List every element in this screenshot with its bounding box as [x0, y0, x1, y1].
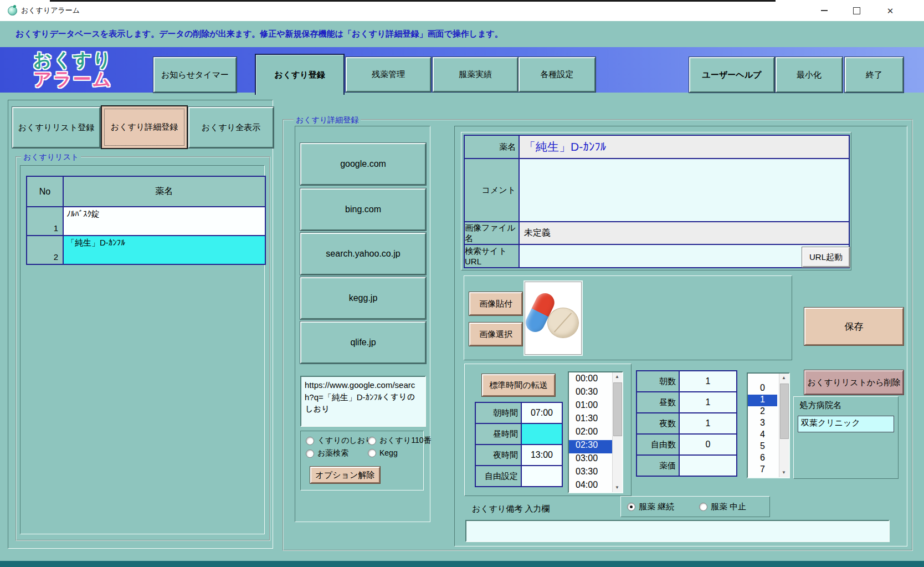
scroll-up-button[interactable]: ▲ — [613, 372, 622, 381]
minimize-button[interactable] — [812, 0, 837, 21]
tab-dose-record[interactable]: 服薬実績 — [433, 57, 518, 92]
evening-time-field[interactable]: 13:00 — [522, 445, 562, 465]
close-button[interactable]: ✕ — [877, 0, 903, 21]
noon-time-field[interactable] — [522, 424, 562, 444]
user-help-button[interactable]: ユーザーヘルプ — [689, 57, 774, 93]
noon-count-field[interactable]: 1 — [680, 392, 736, 412]
site-button-yahoo[interactable]: search.yahoo.co.jp — [300, 233, 426, 275]
row-no[interactable]: 2 — [27, 236, 63, 264]
tab-remaining-medicine[interactable]: 残薬管理 — [346, 57, 431, 92]
logo-line2: アラーム — [33, 69, 112, 89]
free-time-field[interactable] — [522, 466, 562, 486]
number-option[interactable]: 7 — [748, 464, 777, 476]
number-option[interactable]: 0 — [748, 383, 777, 395]
drug-form-table: 薬名 「純生」D-ｶﾝﾌﾙ コメント 画像ファイル名 未定義 検索サイトURL — [464, 135, 850, 268]
site-button-google[interactable]: google.com — [300, 143, 426, 185]
remarks-label: おくすり備考 入力欄 — [472, 504, 550, 514]
time-option[interactable]: 01:00 — [569, 400, 613, 413]
radio-drug-search[interactable]: お薬検索 — [306, 448, 348, 458]
time-option[interactable]: 00:30 — [569, 387, 613, 400]
scrollbar-thumb[interactable] — [780, 384, 789, 439]
time-option[interactable]: 02:00 — [569, 427, 613, 440]
site-button-qlife[interactable]: qlife.jp — [300, 321, 426, 364]
url-launch-button[interactable]: URL起動 — [802, 247, 850, 267]
title-bar: おくすりアラーム ✕ — [0, 0, 924, 21]
image-paste-button[interactable]: 画像貼付 — [469, 292, 522, 315]
table-row-drug1[interactable]: ﾉﾙﾊﾞｽｸ錠 — [64, 207, 265, 235]
time-option[interactable]: 03:00 — [569, 453, 613, 467]
close-icon: ✕ — [887, 7, 894, 15]
image-file-field[interactable]: 未定義 — [520, 222, 849, 244]
scroll-down-icon: ▼ — [782, 471, 786, 475]
scroll-down-button[interactable]: ▼ — [613, 483, 622, 492]
drug-name-field[interactable]: 「純生」D-ｶﾝﾌﾙ — [520, 136, 849, 158]
standard-time-transfer-button[interactable]: 標準時間の転送 — [482, 374, 555, 396]
drug-image-preview — [525, 282, 582, 355]
number-option[interactable]: 2 — [748, 406, 777, 418]
radio-medication-continue[interactable]: 服薬 継続 — [627, 502, 674, 512]
free-count-field[interactable]: 0 — [680, 435, 736, 454]
scrollbar-thumb[interactable] — [613, 382, 622, 436]
tab-medicine-register[interactable]: おくすり登録 — [255, 54, 345, 95]
scroll-up-button[interactable]: ▲ — [779, 374, 788, 382]
search-site-url-label: 検索サイトURL — [465, 245, 519, 267]
time-list-scrollbar[interactable]: ▲ ▼ — [612, 372, 622, 492]
evening-count-field[interactable]: 1 — [680, 413, 736, 433]
noon-time-label: 昼時間 — [476, 424, 521, 444]
remarks-input[interactable] — [465, 520, 890, 542]
time-option[interactable]: 00:00 — [569, 374, 613, 387]
radio-checked-icon — [627, 503, 635, 511]
drug-list-register-button[interactable]: おくすりリスト登録 — [12, 107, 100, 148]
time-option[interactable]: 01:30 — [569, 413, 613, 427]
scroll-down-icon: ▼ — [615, 486, 619, 490]
drug-price-field[interactable] — [680, 456, 736, 476]
drug-detail-register-button[interactable]: おくすり詳細登録 — [101, 105, 188, 149]
drug-list-group-title: おくすりリスト — [21, 152, 81, 161]
exit-button[interactable]: 終了 — [845, 57, 904, 93]
radio-medication-stop[interactable]: 服薬 中止 — [699, 502, 746, 512]
radio-okusuri-110[interactable]: おくすり110番 — [368, 436, 432, 446]
number-listbox[interactable]: 0 1 2 3 4 5 6 7 ▲ ▼ — [747, 372, 790, 478]
site-button-bing[interactable]: bing.com — [300, 188, 426, 231]
time-listbox[interactable]: 00:00 00:30 01:00 01:30 02:00 02:30 03:0… — [568, 371, 623, 493]
scroll-up-icon: ▲ — [615, 375, 619, 379]
radio-kusuri-shiori[interactable]: くすりのしおり — [306, 436, 373, 446]
time-option[interactable]: 04:00 — [569, 480, 613, 493]
radio-kegg[interactable]: Kegg — [368, 448, 398, 457]
time-option[interactable]: 03:30 — [569, 467, 613, 480]
site-button-kegg[interactable]: kegg.jp — [300, 277, 426, 319]
morning-count-field[interactable]: 1 — [680, 371, 736, 391]
maximize-button[interactable] — [844, 0, 869, 21]
search-url-textarea[interactable]: https://www.google.com/search?q=「純生」D-ｶﾝ… — [300, 376, 426, 427]
tab-notify-timer[interactable]: お知らせタイマー — [153, 57, 237, 93]
number-option[interactable]: 5 — [748, 441, 777, 453]
app-logo: おくすり アラーム — [33, 50, 112, 89]
number-list-scrollbar[interactable]: ▲ ▼ — [779, 374, 789, 477]
number-option[interactable]: 4 — [748, 430, 777, 441]
number-option[interactable]: 6 — [748, 453, 777, 464]
number-option-selected[interactable]: 1 — [748, 395, 777, 406]
hospital-input[interactable]: 双葉クリニック — [798, 416, 894, 432]
minimize-app-button[interactable]: 最小化 — [776, 57, 843, 93]
row-no[interactable]: 1 — [27, 207, 63, 235]
info-bar: おくすりデータベースを表示します。データの削除が出来ます。修正や新規保存機能は「… — [0, 21, 924, 47]
search-site-url-field[interactable] — [520, 245, 849, 267]
noon-count-label: 昼数 — [637, 392, 679, 412]
scroll-down-button[interactable]: ▼ — [779, 468, 788, 477]
save-button[interactable]: 保存 — [804, 308, 904, 345]
image-select-button[interactable]: 画像選択 — [469, 323, 522, 346]
table-row-drug2-selected[interactable]: 「純生」D-ｶﾝﾌﾙ — [64, 236, 265, 264]
time-option-selected[interactable]: 02:30 — [569, 440, 613, 453]
tab-settings[interactable]: 各種設定 — [519, 57, 596, 92]
morning-time-field[interactable]: 07:00 — [522, 403, 562, 423]
option-clear-button[interactable]: オプション解除 — [310, 467, 380, 483]
screen-edge-artifact — [50, 0, 776, 2]
drug-show-all-button[interactable]: おくすり全表示 — [188, 107, 274, 148]
number-option[interactable]: 3 — [748, 418, 777, 430]
comment-label: コメント — [465, 159, 519, 221]
evening-count-label: 夜数 — [637, 413, 679, 433]
comment-field[interactable] — [520, 159, 849, 221]
free-count-label: 自由数 — [637, 435, 679, 454]
scroll-up-icon: ▲ — [782, 376, 786, 380]
delete-from-list-button[interactable]: おくすりリストから削除 — [804, 370, 904, 395]
